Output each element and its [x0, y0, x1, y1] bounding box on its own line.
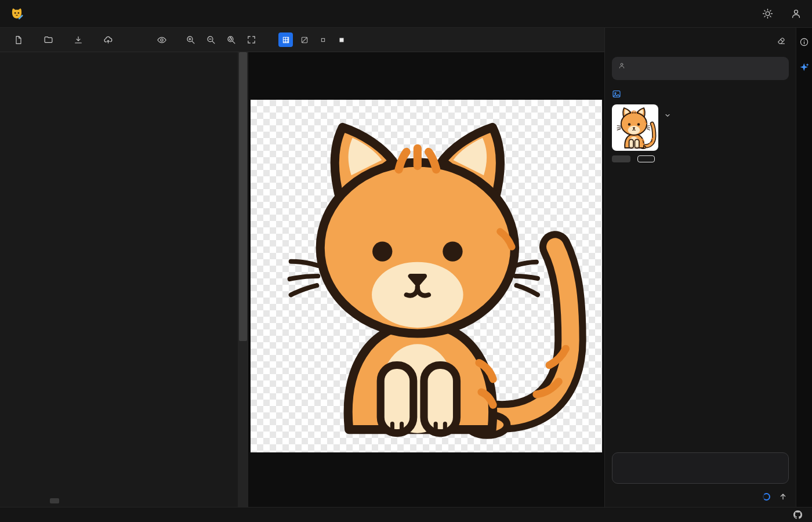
editor-scrollbar-thumb[interactable]: [239, 52, 247, 341]
view-white-button[interactable]: [316, 32, 330, 47]
accept-button[interactable]: [612, 155, 630, 162]
code-editor-panel[interactable]: [0, 52, 238, 507]
grid-icon: [282, 36, 290, 44]
user-message: [612, 57, 789, 80]
kitten-thumbnail[interactable]: [612, 104, 658, 151]
chat-input[interactable]: [612, 452, 789, 484]
ai-chat-panel: [604, 28, 796, 507]
theme-toggle-button[interactable]: [761, 7, 774, 20]
view-none-button[interactable]: [297, 32, 311, 47]
cloud-upload-icon: [103, 35, 113, 45]
view-black-button[interactable]: [334, 32, 349, 47]
expand-icon: [246, 35, 256, 45]
footer: [0, 507, 812, 522]
ai-assistant-button[interactable]: [798, 61, 811, 74]
small-square-icon: [319, 36, 327, 44]
info-button[interactable]: [798, 36, 810, 48]
file-icon: [14, 35, 23, 45]
sparkle-icon: [799, 62, 810, 72]
send-button[interactable]: [777, 491, 789, 502]
horizontal-scrollbar-thumb[interactable]: [50, 498, 59, 503]
side-strip: [796, 28, 812, 507]
editor-toolbar: [0, 28, 604, 52]
eraser-icon: [777, 35, 786, 45]
user-icon: [618, 62, 625, 69]
zoom-reset-button[interactable]: [224, 32, 238, 47]
top-bar: [0, 0, 812, 28]
arrow-up-icon: [778, 492, 788, 501]
save-button[interactable]: [97, 31, 123, 48]
zoom-reset-icon: [226, 35, 236, 45]
folder-icon: [44, 35, 53, 45]
fit-screen-button[interactable]: [244, 32, 259, 47]
kitten-illustration: [251, 100, 602, 452]
account-button[interactable]: [789, 7, 803, 20]
zoom-in-icon: [186, 35, 195, 45]
zoom-in-button[interactable]: [183, 32, 198, 47]
github-link[interactable]: [793, 510, 805, 519]
view-checker-button[interactable]: [278, 32, 293, 47]
open-button[interactable]: [38, 31, 63, 48]
clear-chat-button[interactable]: [775, 34, 788, 46]
canvas-area: [248, 52, 604, 507]
download-button[interactable]: [68, 32, 93, 48]
more-settings-toggle[interactable]: [664, 112, 789, 119]
person-icon: [791, 8, 802, 19]
image-icon: [612, 89, 621, 99]
eye-icon: [157, 35, 167, 45]
download-icon: [74, 35, 83, 45]
zoom-out-button[interactable]: [204, 32, 218, 47]
assistant-message: [612, 89, 789, 99]
reject-button[interactable]: [637, 155, 655, 162]
new-button[interactable]: [8, 32, 33, 48]
loading-spinner: [763, 493, 770, 501]
filled-square-icon: [338, 36, 346, 44]
zoom-out-icon: [206, 35, 216, 45]
canvas-background-group: [278, 32, 349, 47]
kitten-thumbnail-image: [612, 104, 658, 151]
github-icon: [793, 510, 802, 519]
slash-square-icon: [300, 36, 309, 44]
sun-icon: [762, 8, 773, 19]
app-logo-icon: [9, 6, 24, 21]
chevron-down-icon: [664, 112, 671, 119]
ai-proposal-header: [0, 52, 238, 60]
preview-toggle-button[interactable]: [154, 32, 169, 48]
proposal-card: [612, 104, 789, 151]
editor-scrollbar[interactable]: [238, 52, 248, 507]
canvas-checkerboard[interactable]: [251, 100, 602, 452]
info-icon: [799, 37, 809, 47]
